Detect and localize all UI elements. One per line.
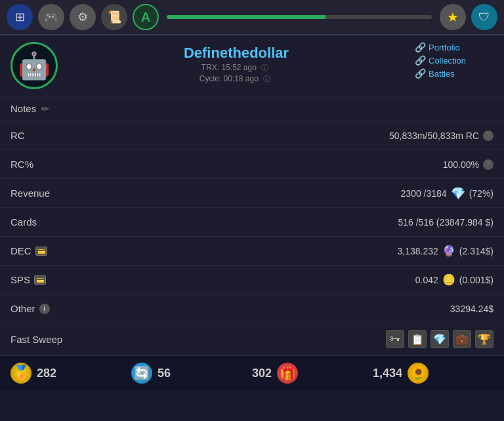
revenue-value: 2300 /3184 💎 (72%) bbox=[401, 186, 494, 201]
rc-value: 50,833m/50,833m RC ? bbox=[389, 130, 494, 141]
rc-help-icon[interactable]: ? bbox=[483, 130, 494, 141]
battles-link[interactable]: 🔗 Battles bbox=[415, 68, 494, 79]
rc-percent-value: 100.00% ? bbox=[443, 159, 494, 170]
link-icon: 🔗 bbox=[415, 68, 426, 79]
dashboard-icon[interactable]: ⊞ bbox=[7, 4, 33, 30]
rc-row: RC 50,833m/50,833m RC ? bbox=[0, 121, 504, 150]
footer-badge-2: 🔄 bbox=[131, 363, 152, 384]
sweep-key-icon[interactable]: 🗝 bbox=[386, 330, 404, 348]
gem-icon: 💎 bbox=[451, 186, 465, 201]
footer-badge-4: 🌻 bbox=[408, 363, 429, 384]
sweep-trophy-icon[interactable]: 🏆 bbox=[475, 330, 494, 348]
sps-row: SPS 💳 0.042 🪙 (0.001$) bbox=[0, 266, 504, 294]
revenue-row: Revenue 2300 /3184 💎 (72%) bbox=[0, 179, 504, 208]
dec-value: 3,138.232 🔮 (2.314$) bbox=[398, 245, 494, 257]
notes-label: Notes bbox=[10, 103, 36, 114]
progress-bar bbox=[167, 15, 432, 19]
dec-wallet-icon[interactable]: 💳 bbox=[35, 247, 47, 256]
bottom-footer: 🏅 282 🔄 56 302 🎁 1,434 🌻 bbox=[0, 355, 504, 390]
other-label: Other i bbox=[10, 303, 50, 314]
other-info-icon[interactable]: i bbox=[39, 304, 50, 314]
other-value: 33294.24$ bbox=[450, 304, 494, 314]
star-icon[interactable]: ★ bbox=[440, 4, 466, 30]
collection-link[interactable]: 🔗 Collection bbox=[415, 55, 494, 66]
dec-row: DEC 💳 3,138.232 🔮 (2.314$) bbox=[0, 237, 504, 266]
footer-value-2: 56 bbox=[158, 367, 171, 380]
link-icon: 🔗 bbox=[415, 55, 426, 66]
sweep-wallet-icon[interactable]: 💼 bbox=[453, 330, 471, 348]
profile-links: 🔗 Portfolio 🔗 Collection 🔗 Battles bbox=[415, 42, 494, 79]
footer-value-4: 1,434 bbox=[373, 367, 402, 380]
footer-value-3: 302 bbox=[252, 367, 272, 380]
sps-label: SPS 💳 bbox=[10, 274, 46, 285]
footer-item-3: 302 🎁 bbox=[252, 363, 373, 384]
fast-sweep-label: Fast Sweep bbox=[10, 334, 62, 345]
gamepad-icon[interactable]: 🎮 bbox=[38, 4, 64, 30]
nav-right: ★ 🛡 bbox=[440, 4, 497, 30]
profile-cycle: Cycle: 00:18 ago ⓘ bbox=[68, 74, 404, 84]
rc-percent-row: RC% 100.00% ? bbox=[0, 150, 504, 179]
dec-label: DEC 💳 bbox=[10, 245, 47, 256]
portfolio-link[interactable]: 🔗 Portfolio bbox=[415, 42, 494, 52]
sps-wallet-icon[interactable]: 💳 bbox=[34, 275, 46, 285]
footer-badge-1: 🏅 bbox=[10, 363, 32, 384]
footer-badge-3: 🎁 bbox=[277, 363, 298, 384]
cards-value: 516 /516 (23847.984 $) bbox=[398, 217, 494, 228]
cycle-info-icon[interactable]: ⓘ bbox=[263, 75, 270, 83]
avatar: 🤖 bbox=[10, 42, 58, 89]
revenue-label: Revenue bbox=[10, 188, 50, 199]
sweep-card-icon[interactable]: 📋 bbox=[408, 330, 427, 348]
fast-sweep-row: Fast Sweep 🗝 📋 💎 💼 🏆 bbox=[0, 323, 504, 355]
trx-info-icon[interactable]: ⓘ bbox=[261, 64, 268, 71]
rc-label: RC bbox=[10, 130, 25, 141]
dec-gem-icon: 🔮 bbox=[442, 245, 455, 257]
edit-icon[interactable]: ✏ bbox=[41, 104, 49, 114]
fast-sweep-icons: 🗝 📋 💎 💼 🏆 bbox=[386, 330, 494, 348]
footer-item-4: 1,434 🌻 bbox=[373, 363, 494, 384]
sps-value: 0.042 🪙 (0.001$) bbox=[415, 273, 494, 286]
rc-percent-label: RC% bbox=[10, 159, 33, 170]
sweep-gem-icon[interactable]: 💎 bbox=[430, 330, 449, 348]
cards-label: Cards bbox=[10, 216, 37, 228]
top-nav: ⊞ 🎮 ⚙ 📜 A ★ 🛡 bbox=[0, 0, 504, 35]
profile-name: Definethedollar bbox=[68, 45, 404, 62]
scroll-icon[interactable]: 📜 bbox=[101, 4, 127, 30]
sps-coin-icon: 🪙 bbox=[442, 273, 455, 286]
footer-value-1: 282 bbox=[37, 367, 56, 380]
profile-section: 🤖 Definethedollar TRX: 15:52 ago ⓘ Cycle… bbox=[0, 35, 504, 96]
other-row: Other i 33294.24$ bbox=[0, 294, 504, 323]
footer-item-2: 🔄 56 bbox=[131, 363, 252, 384]
cards-row: Cards 516 /516 (23847.984 $) bbox=[0, 208, 504, 237]
profile-info: Definethedollar TRX: 15:52 ago ⓘ Cycle: … bbox=[68, 42, 404, 84]
settings-icon[interactable]: ⚙ bbox=[70, 4, 96, 30]
profile-icon[interactable]: A bbox=[133, 4, 159, 30]
rc-percent-help-icon[interactable]: ? bbox=[483, 159, 494, 170]
shield-icon[interactable]: 🛡 bbox=[471, 4, 497, 30]
link-icon: 🔗 bbox=[415, 42, 426, 52]
footer-item-1: 🏅 282 bbox=[10, 363, 131, 384]
notes-row: Notes ✏ bbox=[0, 96, 504, 121]
profile-trx: TRX: 15:52 ago ⓘ bbox=[68, 63, 404, 73]
